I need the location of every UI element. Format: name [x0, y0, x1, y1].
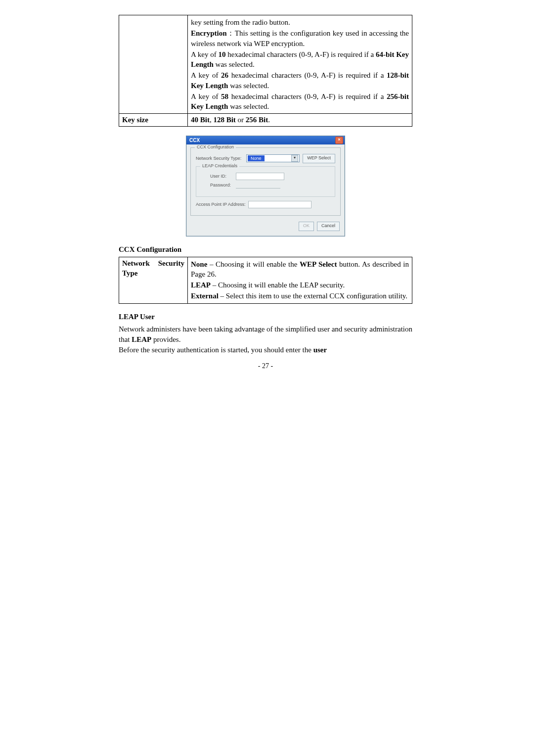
group-legend: CCX Configuration: [195, 144, 236, 149]
table-row: key setting from the radio button. Encry…: [119, 15, 412, 114]
text-line: key setting from the radio button.: [191, 17, 409, 27]
ap-address-input[interactable]: [248, 201, 312, 208]
ccx-config-heading: CCX Configuration: [119, 245, 412, 254]
wep-select-button[interactable]: WEP Select: [303, 154, 335, 163]
leap-user-heading: LEAP User: [119, 313, 412, 321]
empty-label-cell: [119, 15, 188, 114]
userid-input[interactable]: [236, 173, 284, 180]
network-security-row: Network Security Type: None ▾ WEP Select: [196, 154, 335, 163]
encryption-description-cell: key setting from the radio button. Encry…: [188, 15, 412, 114]
password-label: Password:: [210, 183, 233, 188]
text-line: A key of 10 hexadecimal characters (0-9,…: [191, 49, 409, 70]
document-page: key setting from the radio button. Encry…: [0, 0, 534, 390]
chevron-down-icon: ▾: [291, 155, 298, 162]
text-line: None – Choosing it will enable the WEP S…: [191, 259, 409, 280]
encryption-table: key setting from the radio button. Encry…: [119, 15, 412, 127]
keysize-label: Key size: [119, 114, 188, 126]
leap-paragraph-2: Before the security authentication is st…: [119, 345, 412, 355]
userid-row: User ID:: [210, 173, 330, 180]
text-line: A key of 26 hexadecimal characters (0-9,…: [191, 70, 409, 91]
content-area: key setting from the radio button. Encry…: [119, 15, 412, 370]
ap-label: Access Point IP Address:: [196, 202, 245, 207]
nst-label: Network Security Type:: [196, 156, 243, 161]
ok-button[interactable]: OK: [299, 222, 314, 231]
ccx-dialog: CCX × CCX Configuration Network Security…: [186, 136, 345, 236]
ccx-config-group: CCX Configuration Network Security Type:…: [190, 147, 341, 216]
nst-row-value: None – Choosing it will enable the WEP S…: [188, 257, 412, 303]
dialog-titlebar: CCX ×: [186, 136, 345, 144]
text-line: External – Select this item to use the e…: [191, 291, 409, 301]
table-row: Network Security Type None – Choosing it…: [119, 257, 412, 303]
ap-address-row: Access Point IP Address:: [196, 201, 335, 208]
leap-group-legend: LEAP Credentials: [200, 163, 239, 168]
nst-row-label: Network Security Type: [119, 257, 188, 303]
ccx-dialog-figure: CCX × CCX Configuration Network Security…: [119, 136, 412, 236]
network-security-table: Network Security Type None – Choosing it…: [119, 257, 412, 304]
nst-dropdown[interactable]: None ▾: [246, 154, 300, 162]
dialog-actions: OK Cancel: [186, 220, 345, 236]
dialog-title: CCX: [189, 138, 200, 143]
text-line: LEAP – Choosing it will enable the LEAP …: [191, 280, 409, 290]
cancel-button[interactable]: Cancel: [317, 222, 340, 231]
nst-selected: None: [248, 155, 265, 161]
password-row: Password:: [210, 182, 330, 189]
text-line: Encryption：This setting is the configura…: [191, 28, 409, 48]
text-line: A key of 58 hexadecimal characters (0-9,…: [191, 92, 409, 112]
keysize-value: 40 Bit, 128 Bit or 256 Bit.: [188, 114, 412, 126]
table-row: Key size 40 Bit, 128 Bit or 256 Bit.: [119, 114, 412, 126]
close-icon[interactable]: ×: [335, 137, 343, 144]
userid-label: User ID:: [210, 174, 233, 179]
page-number: - 27 -: [119, 362, 412, 370]
leap-paragraph-1: Network administers have been taking adv…: [119, 324, 412, 345]
password-input[interactable]: [236, 182, 280, 189]
leap-credentials-group: LEAP Credentials User ID: Password:: [196, 166, 335, 197]
